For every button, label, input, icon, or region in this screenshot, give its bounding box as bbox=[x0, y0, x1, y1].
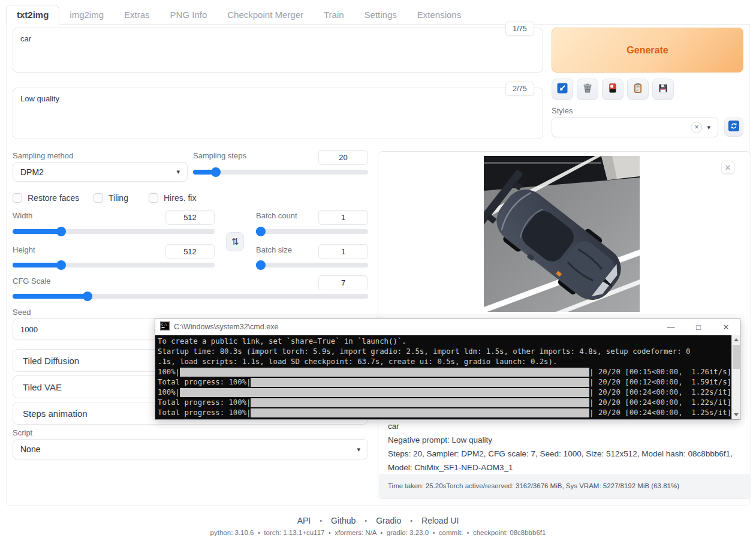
restore-faces-checkbox[interactable] bbox=[13, 193, 22, 203]
width-slider[interactable] bbox=[13, 227, 215, 236]
console-progress-line: Total progress: 100%|| 20/20 [00:24<00:0… bbox=[158, 408, 731, 418]
clear-prompt-button[interactable] bbox=[577, 79, 598, 100]
slider-thumb[interactable] bbox=[256, 260, 266, 270]
bullet-separator: • bbox=[320, 517, 322, 524]
script-dropdown[interactable]: None ▾ bbox=[13, 439, 368, 459]
tab-png-info[interactable]: PNG Info bbox=[160, 5, 218, 24]
generation-info-params: Steps: 20, Sampler: DPM2, CFG scale: 7, … bbox=[388, 447, 742, 474]
svg-text:C:\: C:\ bbox=[161, 323, 167, 326]
cfg-scale-input[interactable]: 7 bbox=[318, 275, 368, 290]
paste-params-button[interactable] bbox=[552, 79, 573, 100]
batch-size-slider[interactable] bbox=[256, 260, 368, 270]
cmd-window-title: C:\Windows\system32\cmd.exe bbox=[174, 323, 278, 331]
hires-fix-label: Hires. fix bbox=[164, 193, 196, 203]
github-link[interactable]: Github bbox=[331, 516, 356, 525]
generate-button[interactable]: Generate bbox=[552, 28, 743, 73]
console-scrollbar[interactable] bbox=[731, 335, 740, 419]
extra-networks-button[interactable] bbox=[602, 79, 624, 100]
sampling-method-dropdown[interactable]: DPM2 ▾ bbox=[13, 162, 188, 182]
generation-info: car Negative prompt: Low quality Steps: … bbox=[388, 419, 742, 474]
styles-dropdown[interactable]: × ▾ bbox=[552, 117, 718, 137]
tab-checkpoint-merger[interactable]: Checkpoint Merger bbox=[217, 5, 314, 24]
save-style-button[interactable] bbox=[652, 79, 674, 100]
version-info: python: 3.10.6 • torch: 1.13.1+cu117 • x… bbox=[0, 529, 756, 536]
refresh-styles-button[interactable] bbox=[724, 118, 743, 137]
styles-clear-icon[interactable]: × bbox=[691, 122, 702, 133]
slider-thumb[interactable] bbox=[211, 167, 221, 177]
generation-info-prompt: car bbox=[388, 419, 742, 433]
apply-style-button[interactable] bbox=[627, 79, 649, 100]
width-input[interactable]: 512 bbox=[165, 210, 215, 225]
slider-fill bbox=[13, 229, 61, 234]
tiling-option[interactable]: Tiling bbox=[94, 193, 128, 203]
script-value: None bbox=[20, 444, 40, 454]
console-output: To create a public link, set `share=True… bbox=[155, 335, 740, 419]
height-input[interactable]: 512 bbox=[165, 244, 215, 259]
accordion-label: Tiled Diffusion bbox=[23, 356, 79, 366]
hires-fix-checkbox[interactable] bbox=[149, 193, 158, 203]
arrow-lower-left-icon bbox=[556, 82, 568, 97]
maximize-button[interactable]: □ bbox=[685, 318, 712, 335]
bullet-separator: • bbox=[410, 517, 412, 524]
seed-label: Seed bbox=[13, 308, 31, 317]
minimize-button[interactable]: — bbox=[657, 318, 685, 335]
prompt-token-counter: 1/75 bbox=[505, 22, 534, 36]
sampling-steps-slider[interactable] bbox=[193, 167, 368, 177]
swap-dimensions-button[interactable]: ⇅ bbox=[226, 232, 244, 251]
chevron-down-icon: ▾ bbox=[357, 446, 360, 453]
tiling-checkbox[interactable] bbox=[94, 193, 103, 203]
slider-thumb[interactable] bbox=[256, 227, 266, 236]
chevron-down-icon: ▾ bbox=[176, 168, 180, 176]
height-slider[interactable] bbox=[13, 260, 215, 270]
reload-ui-link[interactable]: Reload UI bbox=[421, 516, 459, 525]
gradio-link[interactable]: Gradio bbox=[376, 516, 401, 525]
tab-img2img[interactable]: img2img bbox=[59, 5, 114, 24]
console-progress-line: Total progress: 100%|| 20/20 [00:12<00:0… bbox=[158, 377, 731, 387]
batch-count-input[interactable]: 1 bbox=[318, 210, 368, 225]
sampling-steps-label: Sampling steps bbox=[193, 151, 246, 160]
chevron-down-icon[interactable]: ▾ bbox=[707, 124, 710, 131]
tab-settings[interactable]: Settings bbox=[354, 5, 407, 24]
slider-thumb[interactable] bbox=[56, 227, 66, 236]
console-progress-line: Total progress: 100%|| 20/20 [00:24<00:0… bbox=[158, 398, 731, 408]
clipboard-icon bbox=[632, 82, 644, 97]
refresh-icon bbox=[728, 120, 740, 134]
tab-bar: txt2img img2img Extras PNG Info Checkpoi… bbox=[6, 6, 750, 25]
width-label: Width bbox=[13, 211, 32, 220]
cmd-window[interactable]: C:\ C:\Windows\system32\cmd.exe — □ ✕ To… bbox=[155, 318, 740, 420]
seed-value: 1000 bbox=[20, 325, 38, 334]
cmd-titlebar[interactable]: C:\ C:\Windows\system32\cmd.exe — □ ✕ bbox=[155, 318, 740, 335]
tab-txt2img[interactable]: txt2img bbox=[6, 5, 59, 25]
hires-fix-option[interactable]: Hires. fix bbox=[149, 193, 196, 203]
tab-extras[interactable]: Extras bbox=[114, 5, 160, 24]
tab-train[interactable]: Train bbox=[314, 5, 354, 24]
sampling-method-label: Sampling method bbox=[13, 151, 73, 160]
tab-extensions[interactable]: Extensions bbox=[407, 5, 471, 24]
batch-count-slider[interactable] bbox=[256, 227, 368, 236]
sampling-steps-input[interactable]: 20 bbox=[318, 150, 368, 165]
api-link[interactable]: API bbox=[297, 516, 311, 525]
close-window-button[interactable]: ✕ bbox=[712, 318, 740, 335]
generated-image[interactable] bbox=[484, 156, 640, 312]
negative-prompt-input[interactable]: Low quality bbox=[13, 88, 543, 139]
restore-faces-option[interactable]: Restore faces bbox=[13, 193, 79, 203]
close-gallery-button[interactable]: ✕ bbox=[721, 161, 734, 174]
scroll-up-icon[interactable] bbox=[732, 335, 740, 344]
time-taken-text: Time taken: 25.20sTorch active/reserved:… bbox=[388, 482, 679, 489]
batch-size-input[interactable]: 1 bbox=[318, 244, 368, 259]
script-label: Script bbox=[13, 428, 32, 437]
scrollbar-thumb[interactable] bbox=[733, 345, 740, 369]
progress-bar bbox=[251, 408, 589, 417]
negative-prompt-token-counter: 2/75 bbox=[505, 82, 534, 96]
slider-thumb[interactable] bbox=[83, 291, 92, 301]
prompt-input[interactable]: car bbox=[13, 28, 543, 73]
app-window: txt2img img2img Extras PNG Info Checkpoi… bbox=[0, 0, 756, 550]
progress-bar bbox=[251, 398, 589, 407]
time-taken-strip: Time taken: 25.20sTorch active/reserved:… bbox=[379, 474, 751, 498]
footer-links: API • Github • Gradio • Reload UI bbox=[0, 516, 756, 525]
flower-card-icon bbox=[607, 82, 619, 97]
scroll-down-icon[interactable] bbox=[732, 410, 740, 419]
slider-thumb[interactable] bbox=[56, 260, 66, 270]
cfg-scale-slider[interactable] bbox=[13, 291, 368, 301]
restore-faces-label: Restore faces bbox=[28, 193, 79, 203]
